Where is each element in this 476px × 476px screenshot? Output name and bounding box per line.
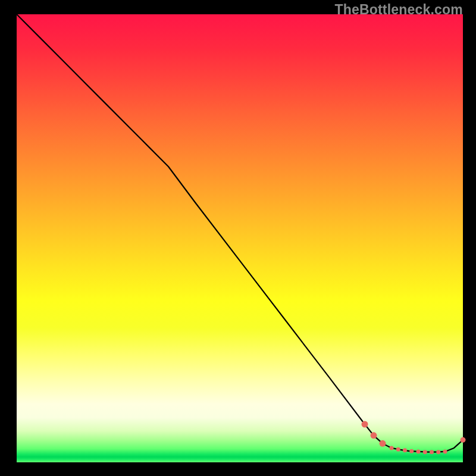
data-marker (371, 432, 377, 439)
data-marker (436, 450, 440, 454)
data-marker (443, 449, 447, 453)
chart-svg (17, 14, 463, 462)
data-marker (461, 437, 466, 443)
data-marker (396, 447, 400, 452)
data-marker (380, 440, 386, 447)
data-marker (430, 450, 434, 454)
series-line (17, 14, 463, 452)
data-marker (403, 448, 407, 452)
data-marker (409, 449, 414, 453)
data-marker (416, 449, 421, 453)
data-marker (423, 450, 427, 454)
chart-container: TheBottleneck.com (0, 0, 476, 476)
data-marker (390, 446, 394, 450)
plot-area (17, 14, 463, 462)
data-marker (362, 421, 368, 428)
